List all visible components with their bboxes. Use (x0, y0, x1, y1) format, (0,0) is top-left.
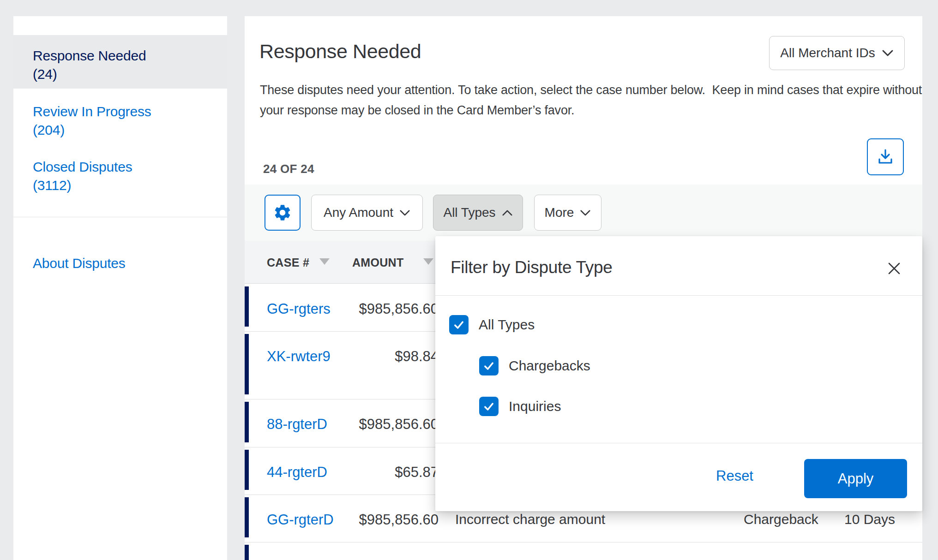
checkmark-icon (452, 318, 465, 331)
dispute-amount: $985,856.60 (245, 512, 439, 528)
column-header-amount: AMOUNT (352, 256, 404, 269)
download-button[interactable] (867, 138, 904, 175)
column-header-case: CASE # (267, 256, 309, 269)
close-button[interactable] (884, 258, 904, 279)
checked-checkbox[interactable] (479, 356, 499, 375)
merchant-id-dropdown-label: All Merchant IDs (780, 46, 875, 60)
filter-by-dispute-type-popup: Filter by Dispute Type All Types Chargeb… (435, 236, 922, 511)
dispute-amount: $65.87 (245, 464, 439, 481)
sidebar-item-label: Closed Disputes (33, 159, 132, 174)
close-icon (887, 262, 901, 275)
dispute-time-left: 10 Days (844, 512, 895, 527)
checkbox-label: Inquiries (509, 399, 561, 414)
sidebar: Response Needed (24) Review In Progress … (13, 16, 227, 560)
sidebar-item-closed-disputes[interactable]: Closed Disputes (3112) (33, 158, 132, 195)
page-description: These disputes need your attention. To t… (260, 80, 927, 120)
checkbox-chargebacks[interactable]: Chargebacks (479, 356, 590, 375)
checkbox-all-types[interactable]: All Types (449, 315, 535, 334)
chevron-down-icon (882, 49, 894, 57)
results-count: 24 OF 24 (263, 162, 314, 176)
checkmark-icon (482, 359, 495, 372)
types-filter-button[interactable]: All Types (433, 195, 523, 231)
dispute-amount: $985,856.60 (245, 416, 439, 433)
amount-filter-button[interactable]: Any Amount (311, 195, 423, 231)
amount-filter-label: Any Amount (324, 205, 393, 220)
sidebar-item-label: Response Needed (33, 48, 146, 63)
table-row (245, 542, 922, 560)
reset-button[interactable]: Reset (716, 468, 753, 484)
sidebar-item-review-in-progress[interactable]: Review In Progress (204) (33, 102, 151, 139)
row-accent-bar (245, 545, 249, 560)
chevron-down-icon (399, 209, 410, 216)
table-settings-button[interactable] (265, 195, 301, 231)
chevron-down-icon (580, 209, 591, 216)
dispute-amount: $98.84 (245, 348, 439, 365)
sort-triangle-icon[interactable] (319, 258, 330, 265)
checkbox-label: All Types (479, 317, 535, 333)
dispute-type: Chargeback (744, 512, 818, 527)
page-title: Response Needed (259, 40, 421, 63)
sidebar-item-response-needed[interactable]: Response Needed (24) (33, 47, 146, 83)
sidebar-item-count: (24) (33, 66, 57, 82)
sidebar-divider (13, 217, 227, 217)
checked-checkbox[interactable] (479, 397, 499, 416)
gear-icon (273, 203, 292, 222)
sidebar-item-count: (204) (33, 122, 65, 137)
more-filter-button[interactable]: More (534, 195, 601, 231)
chevron-up-icon (502, 209, 513, 216)
dispute-amount: $985,856.60 (245, 301, 439, 317)
popup-title: Filter by Dispute Type (451, 258, 613, 277)
popup-header-divider (435, 295, 922, 296)
sidebar-item-label: Review In Progress (33, 104, 151, 119)
dispute-reason: Incorrect charge amount (455, 512, 605, 527)
apply-button[interactable]: Apply (804, 459, 907, 498)
sidebar-item-count: (3112) (33, 178, 71, 193)
disputes-page: Response Needed (24) Review In Progress … (0, 0, 938, 560)
download-icon (875, 147, 896, 167)
checkmark-icon (482, 400, 495, 413)
sidebar-item-about-disputes[interactable]: About Disputes (33, 254, 126, 273)
checked-checkbox[interactable] (449, 315, 469, 334)
merchant-id-dropdown[interactable]: All Merchant IDs (769, 36, 905, 70)
sort-triangle-icon[interactable] (423, 258, 433, 265)
sidebar-item-label: About Disputes (33, 256, 126, 271)
types-filter-label: All Types (443, 205, 495, 220)
more-filter-label: More (545, 205, 574, 220)
checkbox-label: Chargebacks (509, 358, 590, 374)
popup-footer-divider (435, 443, 922, 443)
checkbox-inquiries[interactable]: Inquiries (479, 397, 561, 416)
